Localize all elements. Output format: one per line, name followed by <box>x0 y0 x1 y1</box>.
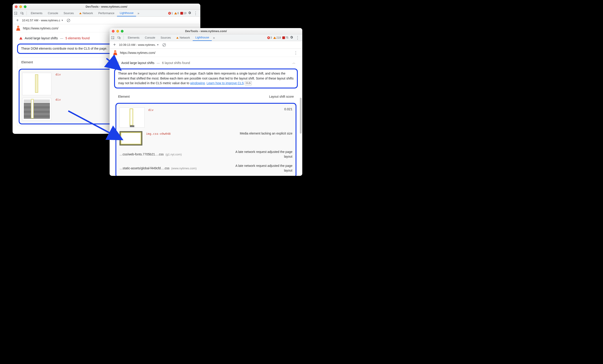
tab-performance[interactable]: Performance <box>96 10 117 16</box>
audit-detail: 6 layout shifts found <box>162 61 190 65</box>
new-report-button[interactable]: + <box>14 18 21 23</box>
sep: — <box>157 61 160 65</box>
learn-cls-link[interactable]: Learn how to improve CLS <box>207 81 244 85</box>
report-dropdown[interactable]: 10:41:57 AM - www.nytimes.c▼ <box>22 19 63 22</box>
element-label: div <box>56 73 61 76</box>
clear-icon[interactable] <box>67 18 70 23</box>
lighthouse-subbar: + 10:39:13 AM - www.nytimes.▼ <box>110 41 302 49</box>
lighthouse-logo-icon <box>113 50 118 55</box>
lighthouse-subbar: + 10:41:57 AM - www.nytimes.c▼ <box>12 17 200 24</box>
issue-count[interactable]: 19 <box>180 12 186 15</box>
dropdown-label: 10:39:13 AM - www.nytimes. <box>119 43 156 46</box>
lighthouse-logo-icon <box>16 26 21 31</box>
desc-mid: . <box>205 81 207 85</box>
fail-triangle-icon <box>19 37 23 40</box>
titlebar: DevTools - www.nytimes.com/ <box>110 28 302 34</box>
cause-reason: A late network request adjusted the page… <box>234 149 292 159</box>
clear-icon[interactable] <box>162 43 166 47</box>
panel-tabs: Elements Console Sources Network Lightho… <box>125 34 212 41</box>
tabs-overflow-icon[interactable]: » <box>136 11 140 15</box>
report-dropdown[interactable]: 10:39:13 AM - www.nytimes.▼ <box>119 43 159 46</box>
devtools-window-new: DevTools - www.nytimes.com/ Elements Con… <box>110 28 302 176</box>
device-icon[interactable] <box>19 10 25 16</box>
devtools-tabbar: Elements Console Sources Network Lightho… <box>110 34 302 41</box>
tab-lighthouse[interactable]: Lighthouse <box>193 34 212 41</box>
sep: — <box>60 36 63 40</box>
cause-row-font-css[interactable]: …css/web-fonts.7705b21….css (g1.nyt.com)… <box>119 147 293 161</box>
svg-rect-4 <box>118 37 119 38</box>
file-host: (g1.nyt.com) <box>165 153 182 156</box>
error-count[interactable]: ✕3 <box>267 36 272 39</box>
error-count[interactable]: ✕1 <box>168 12 173 15</box>
thumbnail-media <box>119 131 142 146</box>
tab-sources[interactable]: Sources <box>158 34 174 41</box>
tab-console[interactable]: Console <box>142 34 158 41</box>
tab-network[interactable]: Network <box>174 34 193 41</box>
report-url: https://www.nytimes.com/ <box>120 51 155 55</box>
desc-text: These DOM elements contribute most to th… <box>21 47 107 50</box>
col-element: Element <box>21 60 33 64</box>
table-header: Element Layout shift score <box>114 92 298 102</box>
window-title: DevTools - www.nytimes.com/ <box>110 29 302 33</box>
audit-description-highlighted: These are the largest layout shifts obse… <box>114 68 298 89</box>
close-dot[interactable] <box>112 30 115 33</box>
issue-count[interactable]: 75 <box>282 36 288 39</box>
settings-gear-icon[interactable] <box>188 11 191 15</box>
collapse-chevron-icon[interactable]: ︿ <box>292 61 296 65</box>
tab-elements[interactable]: Elements <box>125 34 142 41</box>
report-url: https://www.nytimes.com/ <box>23 26 58 30</box>
cause-row-media[interactable]: img.css-o9w048 Media element lacking an … <box>119 129 293 147</box>
dropdown-label: 10:41:57 AM - www.nytimes.c <box>22 19 60 22</box>
settings-gear-icon[interactable] <box>290 35 293 40</box>
zoom-dot[interactable] <box>24 5 26 8</box>
cls-chip: CLS <box>245 81 252 85</box>
traffic-lights <box>112 30 124 33</box>
tab-sources[interactable]: Sources <box>61 10 77 16</box>
report-menu-icon[interactable]: ⋮ <box>292 50 299 55</box>
shift-score: 0.021 <box>284 107 292 111</box>
details-highlighted: div 0.021 img.css-o9w048 Media element l… <box>116 103 296 176</box>
more-menu-icon[interactable]: ⋮ <box>193 11 198 15</box>
more-menu-icon[interactable]: ⋮ <box>295 36 301 40</box>
minimize-dot[interactable] <box>116 30 119 33</box>
file-name: …css/web-fonts.7705b21….css <box>119 152 164 156</box>
status-counters: ✕1 6 19 ⋮ <box>168 11 200 15</box>
inspect-icon[interactable] <box>110 34 116 41</box>
devtools-tabbar: Elements Console Sources Network Perform… <box>12 10 200 17</box>
scrollbar-thumb[interactable] <box>300 98 302 134</box>
status-counters: ✕3 219 75 ⋮ <box>267 35 302 40</box>
audit-title: Avoid large layout shifts <box>121 61 154 65</box>
window-title: DevTools - www.nytimes.com/ <box>12 5 200 8</box>
svg-line-7 <box>163 44 165 46</box>
inspect-icon[interactable] <box>12 10 19 16</box>
cause-row-global-css[interactable]: …static-assets/global-f449cfd….css (www.… <box>119 161 293 175</box>
panel-tabs: Elements Console Sources Network Perform… <box>28 10 136 16</box>
audit-title: Avoid large layout shifts <box>25 36 58 40</box>
audit-header[interactable]: Avoid large layout shifts — 6 layout shi… <box>114 59 298 67</box>
new-report-button[interactable]: + <box>111 42 118 47</box>
report-content: Avoid large layout shifts — 6 layout shi… <box>110 57 302 176</box>
url-bar: https://www.nytimes.com/ ⋮ <box>110 49 302 57</box>
elements-table: Element Layout shift score div 0.021 img… <box>114 92 298 176</box>
svg-rect-0 <box>21 12 23 14</box>
warning-count[interactable]: 219 <box>273 36 281 39</box>
device-icon[interactable] <box>116 34 122 41</box>
windowing-link[interactable]: windowing <box>190 81 205 85</box>
zoom-dot[interactable] <box>121 30 124 33</box>
close-dot[interactable] <box>15 5 18 8</box>
titlebar: DevTools - www.nytimes.com/ <box>12 4 200 10</box>
tab-elements[interactable]: Elements <box>28 10 45 16</box>
thumbnail-1 <box>22 73 51 95</box>
tabs-overflow-icon[interactable]: » <box>212 36 216 40</box>
col-score: Layout shift score <box>269 95 294 98</box>
tab-lighthouse[interactable]: Lighthouse <box>117 10 136 16</box>
element-label: div <box>56 98 61 101</box>
warning-count[interactable]: 6 <box>174 12 179 15</box>
tab-network[interactable]: Network <box>77 10 96 16</box>
tab-network-label: Network <box>83 12 93 15</box>
shift-row-1[interactable]: div 0.021 <box>119 105 293 129</box>
tab-console[interactable]: Console <box>45 10 61 16</box>
thumbnail-2 <box>22 98 51 120</box>
element-label: div <box>148 107 153 112</box>
minimize-dot[interactable] <box>19 5 22 8</box>
